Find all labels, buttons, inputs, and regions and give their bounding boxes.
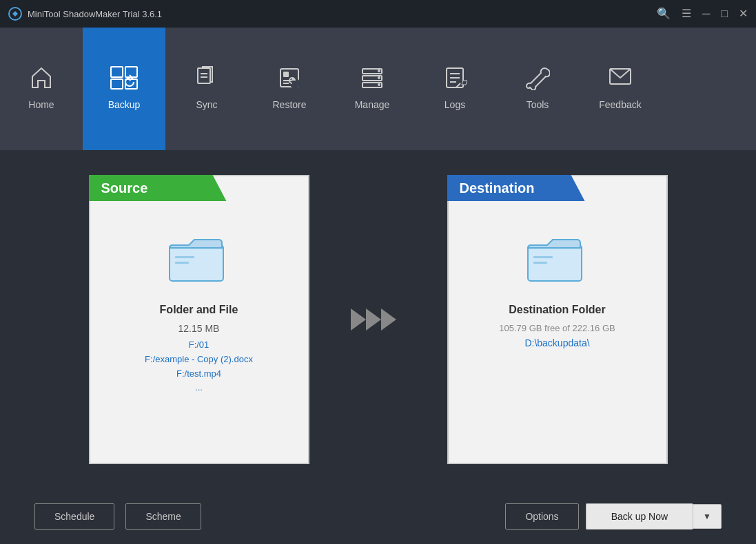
nav-sync-label: Sync — [196, 99, 217, 110]
navbar: Home Backup Sync — [0, 28, 756, 150]
svg-marker-29 — [366, 308, 381, 331]
app-logo — [8, 7, 22, 21]
svg-rect-9 — [283, 72, 289, 77]
scheme-button[interactable]: Scheme — [125, 503, 201, 530]
nav-logs[interactable]: Logs — [413, 28, 496, 150]
svg-marker-30 — [381, 308, 396, 331]
destination-title: Destination Folder — [509, 304, 605, 316]
destination-card-header: Destination — [447, 175, 585, 201]
main-content: Source Folder and File 12.15 MB F:/01 F:… — [0, 150, 756, 489]
nav-manage-label: Manage — [355, 99, 390, 110]
source-card-header: Source — [89, 175, 227, 201]
svg-rect-33 — [533, 262, 547, 264]
restore-icon — [277, 65, 302, 94]
svg-rect-12 — [283, 83, 289, 84]
bottom-right-buttons: Options Back up Now ▼ — [505, 503, 722, 530]
feedback-icon — [608, 65, 633, 94]
destination-folder-icon — [527, 231, 589, 283]
svg-rect-26 — [175, 256, 194, 258]
titlebar: MiniTool ShadowMaker Trial 3.6.1 🔍 ☰ ─ □… — [0, 0, 756, 28]
backup-now-dropdown[interactable]: ▼ — [693, 504, 722, 529]
maximize-icon[interactable]: □ — [721, 8, 728, 19]
titlebar-controls: 🔍 ☰ ─ □ ✕ — [657, 8, 748, 19]
bottombar: Schedule Scheme Options Back up Now ▼ — [0, 489, 756, 544]
backup-icon — [110, 65, 139, 94]
destination-card-body: Destination Folder 105.79 GB free of 222… — [449, 218, 666, 348]
backup-now-button[interactable]: Back up Now — [586, 503, 693, 530]
destination-free: 105.79 GB free of 222.16 GB — [499, 323, 615, 333]
sync-icon — [194, 65, 219, 94]
source-title: Folder and File — [160, 304, 238, 316]
svg-marker-28 — [351, 308, 366, 331]
nav-backup[interactable]: Backup — [83, 28, 165, 150]
svg-rect-27 — [175, 262, 189, 264]
nav-home-label: Home — [28, 99, 54, 110]
destination-card[interactable]: Destination Destination Folder 105.79 GB… — [447, 175, 668, 464]
titlebar-left: MiniTool ShadowMaker Trial 3.6.1 — [8, 7, 162, 21]
nav-restore[interactable]: Restore — [248, 28, 331, 150]
nav-backup-label: Backup — [108, 99, 141, 110]
nav-tools-label: Tools — [527, 99, 549, 110]
nav-restore-label: Restore — [272, 99, 306, 110]
source-paths: F:/01 F:/example - Copy (2).docx F:/test… — [145, 338, 253, 395]
search-icon[interactable]: 🔍 — [657, 8, 671, 19]
nav-logs-label: Logs — [445, 99, 465, 110]
svg-point-16 — [378, 70, 380, 72]
nav-feedback[interactable]: Feedback — [579, 28, 662, 150]
svg-point-17 — [378, 76, 380, 79]
nav-tools[interactable]: Tools — [496, 28, 579, 150]
svg-rect-3 — [111, 79, 123, 89]
svg-point-18 — [378, 83, 380, 86]
minimize-icon[interactable]: ─ — [702, 8, 710, 19]
schedule-button[interactable]: Schedule — [34, 503, 114, 530]
nav-manage[interactable]: Manage — [331, 28, 413, 150]
close-icon[interactable]: ✕ — [739, 8, 748, 19]
logs-icon — [442, 65, 467, 94]
source-folder-icon — [168, 231, 230, 283]
menu-icon[interactable]: ☰ — [682, 8, 691, 19]
options-button[interactable]: Options — [505, 503, 578, 530]
destination-path: D:\backupdata\ — [524, 337, 589, 348]
app-title: MiniTool ShadowMaker Trial 3.6.1 — [28, 9, 162, 19]
svg-rect-11 — [283, 80, 292, 81]
svg-rect-1 — [111, 67, 123, 77]
source-card-body: Folder and File 12.15 MB F:/01 F:/exampl… — [90, 218, 308, 395]
manage-icon — [360, 65, 385, 94]
home-icon — [29, 65, 54, 94]
arrow-indicator — [351, 304, 406, 335]
svg-rect-2 — [125, 67, 137, 77]
svg-rect-4 — [125, 79, 137, 89]
svg-rect-32 — [533, 256, 553, 258]
source-size: 12.15 MB — [178, 323, 220, 334]
nav-feedback-label: Feedback — [599, 99, 641, 110]
nav-home[interactable]: Home — [0, 28, 83, 150]
nav-sync[interactable]: Sync — [165, 28, 248, 150]
tools-icon — [525, 65, 550, 94]
source-card[interactable]: Source Folder and File 12.15 MB F:/01 F:… — [89, 175, 309, 464]
svg-rect-5 — [198, 68, 210, 83]
bottom-left-buttons: Schedule Scheme — [34, 503, 201, 530]
